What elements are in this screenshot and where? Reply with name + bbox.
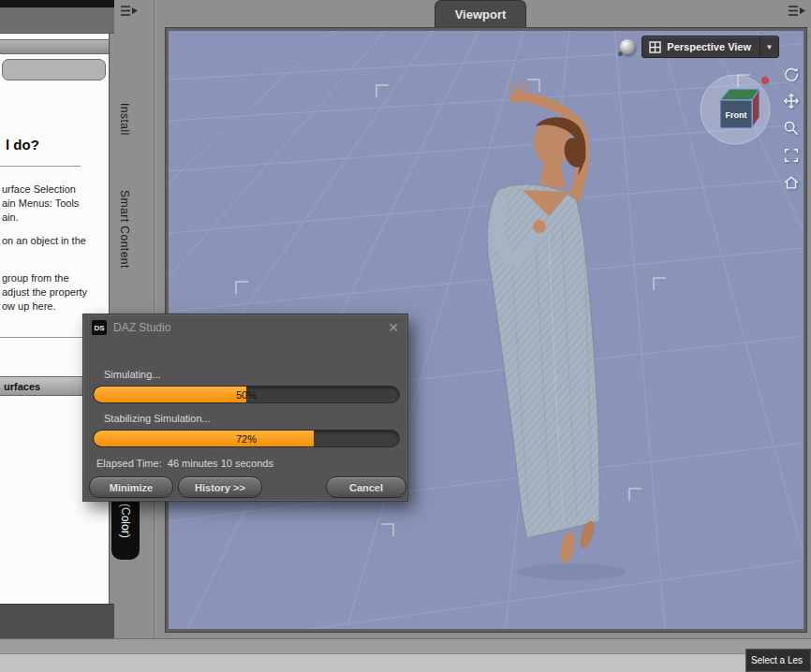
cancel-button[interactable]: Cancel	[326, 476, 406, 498]
zoom-icon[interactable]	[782, 119, 801, 138]
help-text-line: ow up here.	[2, 300, 55, 312]
frame-view-icon[interactable]	[782, 146, 801, 165]
bottom-strip-light	[0, 653, 811, 672]
view-selector[interactable]: Perspective View ▼	[641, 36, 779, 58]
minimize-button[interactable]: Minimize	[89, 476, 173, 498]
simulating-label: Simulating...	[104, 369, 161, 380]
dock-top-strip	[0, 0, 114, 7]
sidebar-tab-smart-content[interactable]: Smart Content	[118, 190, 131, 269]
daz-studio-dialog: DS DAZ Studio ✕ Simulating... 50% Stabil…	[82, 314, 408, 502]
simulating-progressbar: 50%	[93, 386, 400, 403]
view-controls: Perspective View ▼	[620, 36, 779, 58]
divider-line	[0, 337, 86, 338]
help-heading: l do?	[6, 137, 39, 153]
help-text-line: on an object in the	[2, 235, 86, 246]
pane-menu-icon[interactable]	[119, 4, 140, 18]
close-icon[interactable]: ✕	[388, 320, 399, 335]
progress-percent: 50%	[94, 387, 399, 402]
pane-menu-icon[interactable]	[787, 4, 807, 18]
dialog-titlebar[interactable]: DS DAZ Studio ✕	[83, 314, 407, 341]
dialog-title: DAZ Studio	[113, 321, 381, 334]
help-pane-header[interactable]	[0, 39, 110, 54]
elapsed-time-label: Elapsed Time: 46 minutes 10 seconds	[96, 458, 273, 469]
help-text-line: group from the	[2, 272, 69, 284]
view-cube-gizmo[interactable]: Front	[698, 72, 773, 147]
pan-icon[interactable]	[782, 92, 801, 110]
select-a-lesson-button[interactable]: Select a Les	[745, 649, 811, 672]
history-button[interactable]: History >>	[178, 476, 262, 498]
help-text-line: adjust the property	[2, 286, 87, 298]
help-text-line: urface Selection	[2, 183, 76, 195]
progress-percent: 72%	[94, 431, 399, 446]
help-text-line: ain.	[2, 212, 19, 223]
viewport-tool-stack	[782, 65, 801, 192]
home-icon[interactable]	[782, 173, 801, 192]
view-selector-label: Perspective View	[667, 41, 759, 52]
stabilizing-progressbar: 72%	[93, 430, 400, 447]
sidebar-tab-install[interactable]: Install	[118, 103, 131, 136]
chevron-down-icon[interactable]: ▼	[759, 36, 778, 58]
daz-studio-app-icon: DS	[92, 320, 107, 335]
panel-field[interactable]	[2, 59, 106, 80]
sphere-tool-icon[interactable]	[620, 39, 635, 54]
orbit-icon[interactable]	[782, 65, 801, 83]
stabilizing-label: Stabilizing Simulation...	[104, 413, 211, 424]
bottom-strip: Select a Les	[0, 638, 811, 672]
viewport-layout-icon	[649, 41, 661, 53]
figure-shadow	[517, 563, 626, 580]
cube-front-label: Front	[726, 110, 747, 120]
divider-line	[0, 166, 81, 167]
daz-studio-window: l do? urface Selection ain Menus: Tools …	[0, 0, 811, 672]
dock-toolbar-strip	[0, 7, 114, 34]
help-text-line: ain Menus: Tools	[2, 197, 79, 209]
tab-viewport[interactable]: Viewport	[435, 0, 526, 27]
dock-footer	[0, 604, 114, 638]
